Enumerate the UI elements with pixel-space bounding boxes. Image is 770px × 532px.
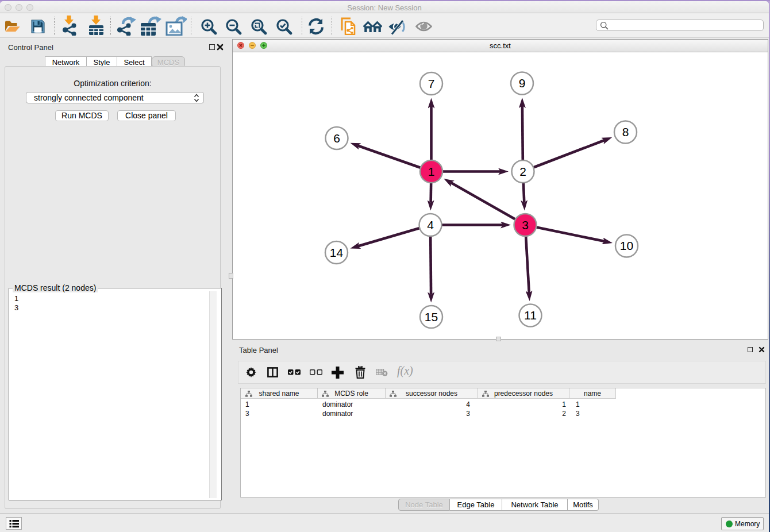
svg-text:6: 6: [333, 132, 340, 145]
svg-text:8: 8: [622, 125, 629, 138]
svg-text:2: 2: [519, 165, 526, 178]
svg-text:7: 7: [428, 77, 435, 90]
svg-text:4: 4: [427, 218, 434, 232]
svg-text:3: 3: [522, 218, 529, 232]
svg-text:1: 1: [428, 165, 435, 178]
svg-text:15: 15: [425, 310, 438, 323]
svg-text:14: 14: [330, 246, 344, 259]
svg-text:10: 10: [620, 239, 633, 252]
svg-text:11: 11: [524, 309, 537, 322]
svg-text:9: 9: [519, 76, 526, 90]
